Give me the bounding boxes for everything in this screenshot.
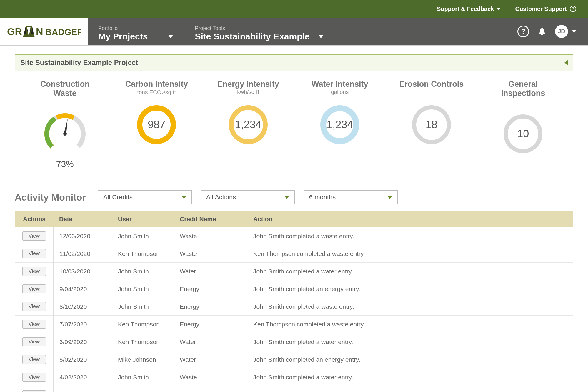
chevron-left-icon (564, 60, 568, 65)
cell-date: 3/12/2020 (53, 386, 112, 392)
cell-credit: Water (174, 263, 247, 280)
activity-table: ActionsDateUserCredit NameAction View 12… (15, 211, 573, 392)
cell-date: 4/02/2020 (53, 368, 112, 386)
cell-user: John Smith (112, 263, 174, 280)
collapse-button[interactable] (559, 55, 573, 71)
table-row: View 10/03/2020 John Smith Water John Sm… (15, 263, 573, 280)
help-icon: ? (570, 6, 576, 12)
table-row: View 4/02/2020 John Smith Waste John Smi… (15, 368, 573, 386)
metric-card[interactable]: Carbon Intensity tons ECO₂/sq ft 987 (124, 80, 189, 169)
cell-action: John Smith completed a waste entry. (247, 298, 573, 316)
svg-text:GR: GR (7, 26, 22, 37)
metric-value: 10 (499, 110, 547, 157)
cell-user: John Smith (112, 227, 174, 245)
cell-user: Mike Johnson (112, 351, 174, 368)
filter-actions[interactable]: All Actions (201, 190, 295, 204)
metric-card[interactable]: General Inspections 10 (491, 80, 556, 169)
table-row: View 7/07/2020 Ken Thompson Energy Ken T… (15, 316, 573, 333)
metric-title: General Inspections (491, 80, 556, 98)
user-menu[interactable]: JD (555, 25, 576, 38)
metric-unit: gallons (307, 89, 373, 96)
metric-card[interactable]: Water Intensity gallons 1,234 (307, 80, 373, 169)
cell-action: John Smith completed an energy entry. (247, 351, 573, 368)
project-tools-label: Project Tools (195, 25, 323, 31)
cell-date: 9/04/2020 (53, 280, 112, 298)
chevron-down-icon (181, 196, 186, 199)
cell-date: 12/06/2020 (53, 227, 112, 245)
filter-credits[interactable]: All Credits (98, 190, 192, 204)
cell-credit: Energy (174, 316, 247, 333)
metric-value: 73% (32, 159, 98, 169)
metric-card[interactable]: Energy Intensity kwh/sq ft 1,234 (216, 80, 281, 169)
cell-user: John Smith (112, 298, 174, 316)
cell-date: 11/02/2020 (53, 245, 112, 263)
view-button[interactable]: View (22, 249, 46, 258)
metric-unit: kwh/sq ft (216, 89, 281, 96)
notifications-icon[interactable] (537, 27, 547, 36)
navbar: GR N BADGER Portfolio My Projects Projec… (0, 18, 588, 46)
cell-action: John Smith completed an energy entry. (247, 386, 573, 392)
filter-range[interactable]: 6 months (304, 190, 398, 204)
cell-credit: Waste (174, 245, 247, 263)
table-row: View 5/02/2020 Mike Johnson Water John S… (15, 351, 573, 368)
chevron-down-icon (168, 35, 173, 38)
view-button[interactable]: View (22, 302, 46, 311)
metric-title: Energy Intensity (216, 80, 281, 89)
metric-value: 1,234 (225, 101, 272, 148)
table-header: User (112, 211, 174, 227)
cell-credit: Energy (174, 280, 247, 298)
cell-action: Ken Thompson completed a waste entry. (247, 245, 573, 263)
cell-date: 10/03/2020 (53, 263, 112, 280)
support-feedback-label: Support & Feedback (437, 6, 494, 12)
view-button[interactable]: View (22, 320, 46, 329)
filter-actions-value: All Actions (206, 194, 236, 201)
table-row: View 12/06/2020 John Smith Waste John Sm… (15, 227, 573, 245)
support-feedback-link[interactable]: Support & Feedback (437, 6, 500, 12)
chevron-down-icon (387, 196, 392, 199)
view-button[interactable]: View (22, 284, 46, 293)
table-row: View 9/04/2020 John Smith Energy John Sm… (15, 280, 573, 298)
cell-credit: Water (174, 333, 247, 351)
metric-title: Carbon Intensity (124, 80, 189, 89)
project-tools-selector[interactable]: Project Tools Site Sustainability Exampl… (184, 18, 334, 45)
cell-user: Ken Thompson (112, 333, 174, 351)
view-button[interactable]: View (22, 231, 46, 241)
activity-section: Activity Monitor All Credits All Actions… (0, 181, 588, 392)
metric-value: 987 (133, 101, 180, 148)
avatar: JD (555, 25, 568, 38)
view-button[interactable]: View (22, 373, 46, 382)
cell-user: Ken Thompson (112, 245, 174, 263)
page-title: Site Sustainability Example Project (15, 55, 559, 71)
metric-title: Water Intensity (307, 80, 373, 89)
view-button[interactable]: View (22, 390, 46, 392)
cell-date: 7/07/2020 (53, 316, 112, 333)
svg-marker-8 (64, 119, 69, 134)
svg-point-1 (27, 30, 28, 31)
gauge-icon (41, 110, 89, 157)
chevron-down-icon (572, 30, 576, 33)
metric-value: 1,234 (316, 101, 363, 148)
metric-unit (399, 89, 464, 96)
cell-action: Ken Thompson completed a waste entry. (247, 316, 573, 333)
metric-card[interactable]: Erosion Controls 18 (399, 80, 464, 169)
cell-credit: Water (174, 351, 247, 368)
table-row: View 11/02/2020 Ken Thompson Waste Ken T… (15, 245, 573, 263)
help-button[interactable]: ? (517, 26, 529, 37)
filter-range-value: 6 months (309, 194, 336, 201)
cell-user: John Smith (112, 280, 174, 298)
cell-action: John Smith completed a waste entry. (247, 227, 573, 245)
view-button[interactable]: View (22, 355, 46, 364)
cell-user: John Smith (112, 368, 174, 386)
metric-card[interactable]: Construction Waste (32, 80, 98, 169)
cell-credit: Energy (174, 386, 247, 392)
metric-title: Erosion Controls (399, 80, 464, 89)
activity-heading: Activity Monitor (15, 192, 86, 203)
view-button[interactable]: View (22, 267, 46, 276)
portfolio-selector[interactable]: Portfolio My Projects (88, 18, 184, 45)
customer-support-link[interactable]: Customer Support ? (515, 6, 576, 12)
view-button[interactable]: View (22, 337, 46, 346)
customer-support-label: Customer Support (515, 6, 567, 12)
logo[interactable]: GR N BADGER (0, 18, 88, 45)
cell-action: John Smith completed a water entry. (247, 368, 573, 386)
cell-user: Ken Thompson (112, 316, 174, 333)
